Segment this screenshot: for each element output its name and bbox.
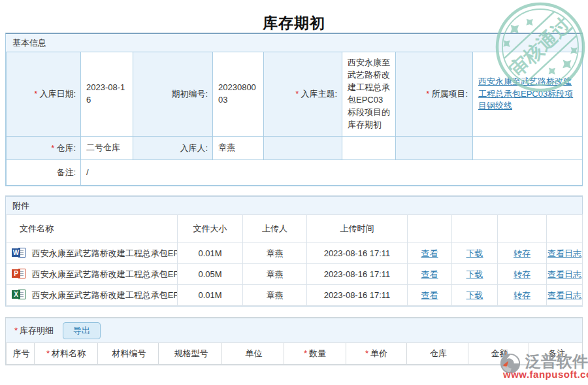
- file-name: 西安永康至武艺路桥改建工程总承包EP: [32, 269, 178, 279]
- field-label-inbound-subject: *入库主题:: [264, 52, 342, 137]
- download-link[interactable]: 下载: [466, 248, 483, 258]
- export-button[interactable]: 导出: [63, 322, 101, 339]
- download-link[interactable]: 下载: [466, 290, 483, 300]
- field-value-inbound-date: 2023-08-16: [81, 52, 133, 137]
- save-as-link[interactable]: 转存: [514, 290, 531, 300]
- field-value-opening-number: 2023080003: [213, 52, 264, 137]
- inventory-header-row: 序号 *材料名称 材料编号 规格型号 单位 *数量 *单价 仓库 金额 备注: [7, 343, 583, 365]
- inventory-detail-section-title: 库存明细: [20, 325, 54, 337]
- inventory-detail-section: * 库存明细 导出 序号 *材料名称 材料编号 规格型号 单位 *数量 *单价 …: [5, 317, 583, 365]
- view-log-link[interactable]: 查看日志: [547, 248, 581, 258]
- attachments-header-row: 文件名称 文件大小 上传人 上传时间: [7, 215, 583, 243]
- field-value-inbound-person: 章燕: [213, 137, 264, 160]
- file-size: 0.01M: [178, 243, 243, 264]
- attachment-row: X 西安永康至武艺路桥改建工程总承包EP 0.01M 章燕 2023-08-16…: [7, 285, 583, 306]
- inventory-detail-header: * 库存明细 导出: [6, 318, 582, 343]
- file-name: 西安永康至武艺路桥改建工程总承包EP: [32, 290, 178, 300]
- file-size: 0.05M: [178, 264, 243, 285]
- view-log-link[interactable]: 查看日志: [547, 269, 581, 279]
- file-uploader: 章燕: [243, 264, 307, 285]
- field-label-warehouse: *仓库:: [7, 137, 81, 160]
- field-value-inbound-subject: 西安永康至武艺路桥改建工程总承包EPC03标段项目的库存期初: [342, 52, 396, 137]
- attachment-row: P 西安永康至武艺路桥改建工程总承包EP 0.05M 章燕 2023-08-16…: [7, 264, 583, 285]
- field-value-warehouse: 二号仓库: [81, 137, 133, 160]
- col-header-empty: [498, 215, 547, 243]
- excel-file-icon: X: [12, 290, 25, 300]
- empty-value-cell: [473, 137, 583, 160]
- col-header-empty: [408, 215, 452, 243]
- required-mark: *: [14, 326, 18, 335]
- basic-info-row-remark: 备注: /: [7, 160, 583, 186]
- empty-label-cell: [396, 137, 473, 160]
- empty-label-cell: [264, 137, 342, 160]
- required-mark: *: [51, 143, 54, 153]
- col-header-amount: 金额: [468, 343, 529, 365]
- file-upload-time: 2023-08-16 17:11: [307, 243, 408, 264]
- project-link[interactable]: 西安永康至武艺路桥改建工程总承包EPC03标段项目钢绞线: [478, 76, 573, 111]
- file-upload-time: 2023-08-16 17:11: [307, 264, 408, 285]
- required-mark: *: [295, 89, 299, 99]
- powerpoint-file-icon: P: [12, 269, 25, 279]
- attachment-row: W 西安永康至武艺路桥改建工程总承包EP 0.01M 章燕 2023-08-16…: [7, 243, 583, 264]
- col-header-file-size: 文件大小: [178, 215, 243, 243]
- col-header-material-name: *材料名称: [35, 343, 98, 365]
- field-value-remark: /: [81, 160, 583, 186]
- attachments-section: 附件 文件名称 文件大小 上传人 上传时间 W 西安永康至武艺路桥改建工程总承包…: [5, 195, 583, 307]
- file-size: 0.01M: [178, 285, 243, 306]
- field-value-project: 西安永康至武艺路桥改建工程总承包EPC03标段项目钢绞线: [473, 52, 583, 137]
- file-uploader: 章燕: [243, 243, 307, 264]
- col-header-empty: [547, 215, 583, 243]
- basic-info-table: *入库日期: 2023-08-16 期初编号: 2023080003 *入库主题…: [6, 52, 583, 186]
- basic-info-section: 基本信息 *入库日期: 2023-08-16 期初编号: 2023080003 …: [5, 33, 583, 186]
- basic-info-row-1: *入库日期: 2023-08-16 期初编号: 2023080003 *入库主题…: [7, 52, 583, 137]
- file-name: 西安永康至武艺路桥改建工程总承包EP: [32, 248, 178, 258]
- file-uploader: 章燕: [243, 285, 307, 306]
- col-header-upload-time: 上传时间: [307, 215, 408, 243]
- view-log-link[interactable]: 查看日志: [547, 290, 581, 300]
- field-label-inbound-person: 入库人:: [133, 137, 213, 160]
- inventory-detail-table: 序号 *材料名称 材料编号 规格型号 单位 *数量 *单价 仓库 金额 备注: [6, 343, 583, 365]
- col-header-unit: 单位: [222, 343, 284, 365]
- field-label-inbound-date: *入库日期:: [7, 52, 81, 137]
- required-mark: *: [426, 89, 429, 99]
- col-header-serial-number: 序号: [7, 343, 35, 365]
- col-header-empty: [452, 215, 498, 243]
- empty-value-cell: [342, 137, 396, 160]
- required-mark: *: [34, 89, 37, 99]
- save-as-link[interactable]: 转存: [514, 248, 531, 258]
- col-header-spec-model: 规格型号: [159, 343, 222, 365]
- word-file-icon: W: [12, 248, 25, 258]
- watermark-url: www.fanpusoft.com: [503, 369, 588, 380]
- field-label-project: *所属项目:: [396, 52, 473, 137]
- col-header-quantity: *数量: [284, 343, 346, 365]
- attachments-table: 文件名称 文件大小 上传人 上传时间 W 西安永康至武艺路桥改建工程总承包EP …: [6, 214, 583, 306]
- attachments-section-title: 附件: [6, 197, 582, 214]
- file-upload-time: 2023-08-16 17:11: [307, 285, 408, 306]
- view-link[interactable]: 查看: [421, 248, 438, 258]
- download-link[interactable]: 下载: [466, 269, 483, 279]
- col-header-material-code: 材料编号: [98, 343, 159, 365]
- col-header-file-name: 文件名称: [7, 215, 178, 243]
- basic-info-section-title: 基本信息: [6, 34, 582, 52]
- field-label-remark: 备注:: [7, 160, 81, 186]
- col-header-uploader: 上传人: [243, 215, 307, 243]
- col-header-remark: 备注: [529, 343, 583, 365]
- col-header-warehouse: 仓库: [407, 343, 468, 365]
- view-link[interactable]: 查看: [421, 290, 438, 300]
- view-link[interactable]: 查看: [421, 269, 438, 279]
- col-header-unit-price: *单价: [346, 343, 407, 365]
- page-title: 库存期初: [0, 0, 588, 33]
- save-as-link[interactable]: 转存: [514, 269, 531, 279]
- basic-info-row-2: *仓库: 二号仓库 入库人: 章燕: [7, 137, 583, 160]
- field-label-opening-number: 期初编号:: [133, 52, 213, 137]
